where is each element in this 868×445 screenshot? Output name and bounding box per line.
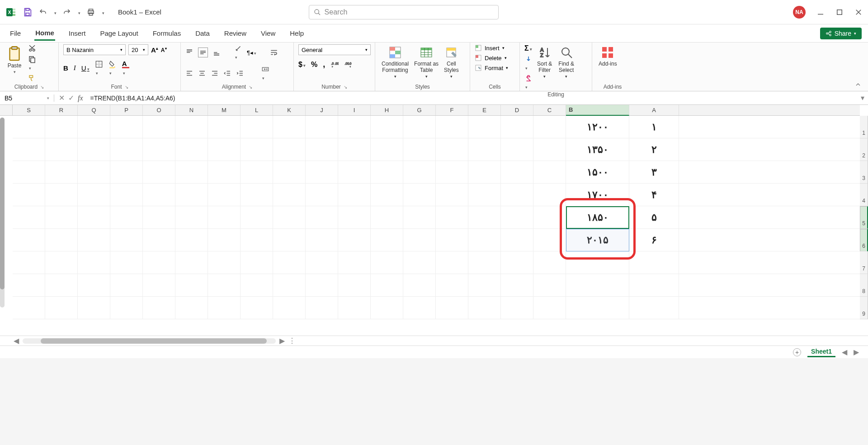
col-header-L[interactable]: L bbox=[241, 105, 273, 115]
cell-J5[interactable] bbox=[306, 206, 338, 228]
row-header-6[interactable]: 6 bbox=[860, 229, 868, 251]
hscroll-right-arrow[interactable]: ▶ bbox=[279, 336, 285, 345]
row-header-9[interactable]: 9 bbox=[860, 297, 868, 319]
cell-S8[interactable] bbox=[13, 274, 45, 296]
col-header-R[interactable]: R bbox=[45, 105, 78, 115]
cell-A5[interactable]: ۵ bbox=[629, 206, 679, 228]
orientation-icon[interactable] bbox=[234, 44, 242, 61]
cell-C9[interactable] bbox=[533, 297, 566, 319]
cell-H9[interactable] bbox=[371, 297, 403, 319]
cell-H8[interactable] bbox=[371, 274, 403, 296]
cell-P5[interactable] bbox=[110, 206, 143, 228]
col-header-N[interactable]: N bbox=[175, 105, 208, 115]
paste-button[interactable]: Paste ▾ bbox=[5, 44, 24, 75]
increase-indent-icon[interactable] bbox=[236, 69, 244, 77]
cell-M5[interactable] bbox=[208, 206, 241, 228]
cell-J1[interactable] bbox=[306, 116, 338, 138]
currency-icon[interactable]: $ bbox=[298, 61, 306, 69]
cell-D3[interactable] bbox=[501, 161, 533, 183]
cell-I5[interactable] bbox=[338, 206, 371, 228]
cell-F6[interactable] bbox=[436, 229, 468, 251]
row-header-1[interactable]: 1 bbox=[860, 116, 868, 138]
cell-M3[interactable] bbox=[208, 161, 241, 183]
number-format-select[interactable]: General▾ bbox=[298, 44, 371, 55]
clear-icon[interactable] bbox=[524, 74, 533, 90]
cell-K8[interactable] bbox=[273, 274, 306, 296]
cell-A6[interactable]: ۶ bbox=[629, 229, 679, 251]
cell-C3[interactable] bbox=[533, 161, 566, 183]
col-header-B[interactable]: B bbox=[566, 105, 629, 116]
cell-G2[interactable] bbox=[403, 138, 436, 161]
cell-J3[interactable] bbox=[306, 161, 338, 183]
cell-C7[interactable] bbox=[533, 251, 566, 274]
cell-N7[interactable] bbox=[175, 251, 208, 274]
col-header-K[interactable]: K bbox=[273, 105, 306, 115]
cell-N3[interactable] bbox=[175, 161, 208, 183]
cell-C5[interactable] bbox=[533, 206, 566, 228]
tab-help[interactable]: Help bbox=[289, 27, 305, 40]
cell-Q8[interactable] bbox=[78, 274, 110, 296]
search-box[interactable]: Search bbox=[309, 5, 499, 19]
percent-icon[interactable]: % bbox=[311, 61, 317, 69]
decrease-decimal-icon[interactable]: .00.0 bbox=[344, 61, 352, 69]
cell-F3[interactable] bbox=[436, 161, 468, 183]
cell-M1[interactable] bbox=[208, 116, 241, 138]
formula-cancel-icon[interactable]: ✕ bbox=[59, 94, 65, 102]
cell-O4[interactable] bbox=[143, 184, 175, 206]
border-button[interactable] bbox=[95, 60, 103, 76]
col-header-A[interactable]: A bbox=[629, 105, 679, 115]
cell-J4[interactable] bbox=[306, 184, 338, 206]
cell-K3[interactable] bbox=[273, 161, 306, 183]
cell-B4[interactable]: ۱۷۰۰ bbox=[566, 184, 629, 206]
cell-A8[interactable] bbox=[629, 274, 679, 296]
col-header-O[interactable]: O bbox=[143, 105, 175, 115]
cell-P6[interactable] bbox=[110, 229, 143, 251]
cell-Q2[interactable] bbox=[78, 138, 110, 161]
cell-N8[interactable] bbox=[175, 274, 208, 296]
cell-L8[interactable] bbox=[241, 274, 273, 296]
cell-P9[interactable] bbox=[110, 297, 143, 319]
save-icon[interactable] bbox=[23, 7, 33, 17]
cell-L6[interactable] bbox=[241, 229, 273, 251]
cell-L9[interactable] bbox=[241, 297, 273, 319]
cell-B2[interactable]: ۱۳۵۰ bbox=[566, 138, 629, 161]
hscroll-track[interactable] bbox=[23, 338, 276, 344]
cell-P1[interactable] bbox=[110, 116, 143, 138]
cell-R3[interactable] bbox=[45, 161, 78, 183]
cell-C2[interactable] bbox=[533, 138, 566, 161]
underline-button[interactable]: U bbox=[81, 64, 90, 72]
cell-E5[interactable] bbox=[468, 206, 501, 228]
cell-O6[interactable] bbox=[143, 229, 175, 251]
cell-K9[interactable] bbox=[273, 297, 306, 319]
cell-A7[interactable] bbox=[629, 251, 679, 274]
cell-N5[interactable] bbox=[175, 206, 208, 228]
delete-cells-button[interactable]: Delete▾ bbox=[475, 54, 507, 62]
cell-Q1[interactable] bbox=[78, 116, 110, 138]
row-header-3[interactable]: 3 bbox=[860, 161, 868, 184]
comma-icon[interactable]: , bbox=[323, 60, 325, 69]
tab-insert[interactable]: Insert bbox=[68, 27, 87, 40]
autosum-icon[interactable]: Σ bbox=[524, 44, 533, 52]
hscroll-left-arrow[interactable]: ◀ bbox=[14, 336, 19, 345]
conditional-formatting-button[interactable]: Conditional Formatting▾ bbox=[380, 44, 410, 80]
cell-R6[interactable] bbox=[45, 229, 78, 251]
cell-A3[interactable]: ۳ bbox=[629, 161, 679, 183]
cell-D4[interactable] bbox=[501, 184, 533, 206]
cell-K7[interactable] bbox=[273, 251, 306, 274]
cell-J9[interactable] bbox=[306, 297, 338, 319]
cell-H6[interactable] bbox=[371, 229, 403, 251]
cell-I4[interactable] bbox=[338, 184, 371, 206]
row-header-2[interactable]: 2 bbox=[860, 138, 868, 161]
copy-icon[interactable] bbox=[28, 55, 36, 71]
cell-R5[interactable] bbox=[45, 206, 78, 228]
cell-K6[interactable] bbox=[273, 229, 306, 251]
cell-B6[interactable]: ۲۰۱۵ bbox=[566, 229, 629, 251]
cell-P8[interactable] bbox=[110, 274, 143, 296]
maximize-icon[interactable] bbox=[835, 8, 844, 16]
tab-home[interactable]: Home bbox=[34, 26, 55, 41]
cell-E1[interactable] bbox=[468, 116, 501, 138]
cells-area[interactable]: ۱۲۰۰۱۱۳۵۰۲۱۵۰۰۳۱۷۰۰۴۱۸۵۰۵۲۰۱۵۶ bbox=[13, 116, 860, 336]
formula-enter-icon[interactable]: ✓ bbox=[68, 94, 74, 102]
cell-M9[interactable] bbox=[208, 297, 241, 319]
cell-D5[interactable] bbox=[501, 206, 533, 228]
